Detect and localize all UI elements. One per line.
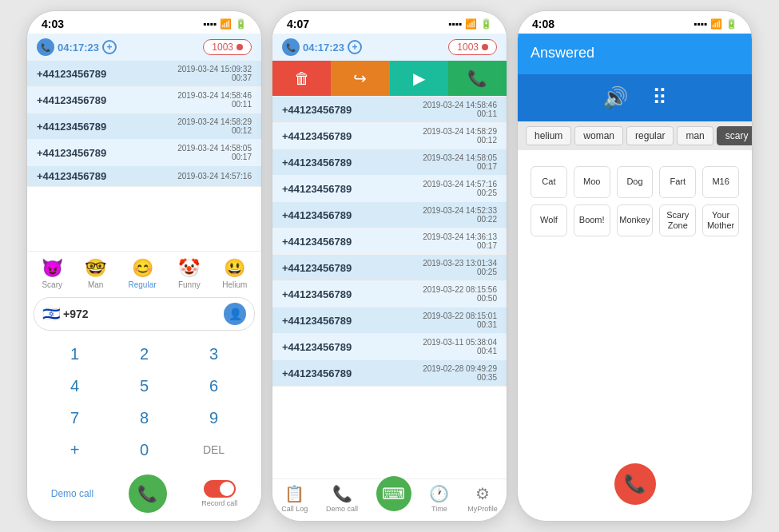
delete-button[interactable]: 🗑 (272, 61, 331, 96)
sound-btn-moo[interactable]: Moo (574, 166, 610, 198)
call-item-2[interactable]: +44123456789 2019-02-28 09:49:29 00:35 (272, 360, 507, 387)
voice-tab-man[interactable]: man (677, 126, 713, 145)
sound-btn-your-mother[interactable]: Your Mother (702, 204, 739, 236)
call-item-2[interactable]: +44123456789 2019-03-11 05:38:04 00:41 (272, 334, 507, 360)
key-del[interactable]: DEL (190, 435, 238, 465)
key-7[interactable]: 7 (51, 403, 99, 433)
call-item[interactable]: +44123456789 2019-03-24 14:58:05 00:17 (27, 140, 261, 166)
record-toggle[interactable] (204, 480, 236, 498)
call-number: +44123456789 (37, 94, 106, 106)
key-0[interactable]: 0 (121, 435, 169, 465)
key-8[interactable]: 8 (121, 403, 169, 433)
key-4[interactable]: 4 (51, 371, 99, 401)
call-item[interactable]: +44123456789 2019-03-24 15:09:32 00:37 (27, 61, 261, 87)
call-meta-2: 2019-02-28 09:49:29 00:35 (423, 364, 497, 382)
call-item-2[interactable]: +44123456789 2019-03-24 14:52:33 00:22 (272, 202, 507, 228)
battery-icon-3: 🔋 (725, 18, 737, 30)
demo-call-button[interactable]: Demo call (51, 488, 93, 499)
man-voice-label: Man (88, 280, 103, 289)
call-number-2: +44123456789 (282, 209, 352, 221)
nav-item-myprofile[interactable]: ⚙ MyProfile (467, 484, 498, 513)
timer-circle-icon: 📞 (37, 38, 54, 56)
call-item-2[interactable]: +44123456789 2019-03-24 14:58:46 00:11 (272, 97, 507, 123)
voice-tab-scary[interactable]: scary (717, 126, 753, 145)
sound-btn-monkey[interactable]: Monkey (617, 204, 654, 236)
call-count-badge: 1003 (203, 39, 252, 55)
call-item-2[interactable]: +44123456789 2019-03-22 08:15:01 00:31 (272, 308, 507, 334)
green-call-button[interactable]: 📞 (129, 474, 167, 513)
status-bar-2: 4:07 ▪▪▪▪ 📶 🔋 (272, 11, 507, 34)
call-meta: 2019-03-24 15:09:32 00:37 (177, 65, 252, 82)
sound-row: WolfBoom!MonkeyScary ZoneYour Mother (531, 204, 739, 236)
call-item[interactable]: +44123456789 2019-03-24 14:57:16 (27, 166, 261, 187)
voice-item-helium[interactable]: 😃 Helium (222, 258, 247, 289)
nav-item-keypad[interactable]: ⌨ (376, 476, 411, 511)
share-button[interactable]: ↪ (331, 61, 389, 96)
add-call-button-2[interactable]: + (348, 40, 362, 54)
voice-tab-helium[interactable]: helium (526, 126, 571, 145)
nav-item-time[interactable]: 🕐 Time (429, 484, 449, 513)
voice-tab-woman[interactable]: woman (574, 126, 623, 145)
contact-button[interactable]: 👤 (224, 303, 246, 325)
sound-btn-fart[interactable]: Fart (659, 166, 696, 198)
signal-icon-3: ▪▪▪▪ (694, 18, 707, 30)
timer-section-2: 📞 04:17:23 + (282, 38, 362, 56)
keypad: 123456789+0DEL (27, 335, 261, 471)
nav-item-call-log[interactable]: 📋 Call Log (281, 484, 308, 513)
call-button-ctx[interactable]: 📞 (448, 61, 507, 96)
voice-selector-1: 😈 Scary 🤓 Man 😊 Regular 🤡 Funny 😃 Helium (27, 251, 261, 292)
call-list-2: +44123456789 2019-03-24 14:58:46 00:11 +… (272, 97, 507, 478)
call-item-2[interactable]: +44123456789 2019-03-24 14:36:13 00:17 (272, 228, 507, 255)
sound-btn-wolf[interactable]: Wolf (531, 204, 567, 236)
key-6[interactable]: 6 (190, 371, 238, 401)
sound-btn-cat[interactable]: Cat (531, 166, 567, 198)
sound-btn-m16[interactable]: M16 (702, 166, 739, 198)
key-9[interactable]: 9 (190, 403, 238, 433)
key-2[interactable]: 2 (121, 339, 169, 369)
call-item-2[interactable]: +44123456789 2019-03-24 14:58:05 00:17 (272, 149, 507, 176)
key-3[interactable]: 3 (190, 339, 238, 369)
voice-item-regular[interactable]: 😊 Regular (129, 258, 157, 289)
regular-voice-label: Regular (129, 280, 157, 289)
key-plus[interactable]: + (51, 435, 99, 465)
keypad-row: +0DEL (40, 435, 248, 465)
call-item-2[interactable]: +44123456789 2019-03-24 14:57:16 00:25 (272, 176, 507, 202)
key-1[interactable]: 1 (51, 339, 99, 369)
sound-btn-scary-zone[interactable]: Scary Zone (659, 204, 696, 236)
nav-item-demo-call[interactable]: 📞 Demo call (326, 484, 358, 513)
status-icons-1: ▪▪▪▪ 📶 🔋 (203, 18, 247, 30)
call-item-2[interactable]: +44123456789 2019-03-23 13:01:34 00:25 (272, 255, 507, 281)
phone-input-row: 🇮🇱 +972 👤 (34, 297, 255, 331)
call-item[interactable]: +44123456789 2019-03-24 14:58:29 00:12 (27, 113, 261, 140)
call-log-nav-label: Call Log (281, 505, 308, 513)
voice-item-funny[interactable]: 🤡 Funny (178, 258, 201, 289)
helium-voice-icon: 😃 (224, 258, 245, 279)
voice-item-man[interactable]: 🤓 Man (85, 258, 106, 289)
man-voice-icon: 🤓 (85, 258, 106, 279)
status-icons-3: ▪▪▪▪ 📶 🔋 (694, 18, 737, 30)
battery-icon-2: 🔋 (480, 18, 492, 30)
call-meta-2: 2019-03-24 14:58:46 00:11 (423, 101, 497, 118)
timer-circle-icon-2: 📞 (282, 38, 300, 56)
sound-btn-boom[interactable]: Boom! (574, 204, 610, 236)
call-meta: 2019-03-24 14:57:16 (177, 172, 252, 181)
call-item-2[interactable]: +44123456789 2019-03-22 08:15:56 00:50 (272, 281, 507, 308)
voice-tab-regular[interactable]: regular (626, 126, 674, 145)
red-dot-icon-2 (482, 44, 488, 50)
demo-call-nav-label: Demo call (326, 505, 358, 513)
play-button[interactable]: ▶ (390, 61, 448, 96)
voice-item-scary[interactable]: 😈 Scary (42, 258, 63, 289)
call-item-2[interactable]: +44123456789 2019-03-24 14:58:29 00:12 (272, 123, 507, 149)
signal-icon-1: ▪▪▪▪ (203, 18, 217, 30)
keypad-button[interactable]: ⠿ (652, 85, 667, 110)
speaker-button[interactable]: 🔊 (602, 85, 628, 110)
add-call-button[interactable]: + (102, 40, 117, 54)
hangup-button[interactable]: 📞 (614, 463, 656, 505)
call-meta-2: 2019-03-24 14:58:05 00:17 (423, 153, 497, 171)
answered-label: Answered (531, 45, 739, 62)
call-item[interactable]: +44123456789 2019-03-24 14:58:46 00:11 (27, 87, 261, 113)
sound-btn-dog[interactable]: Dog (617, 166, 654, 198)
key-5[interactable]: 5 (121, 371, 169, 401)
call-meta: 2019-03-24 14:58:29 00:12 (177, 117, 252, 135)
hangup-row: 📞 (518, 455, 752, 521)
